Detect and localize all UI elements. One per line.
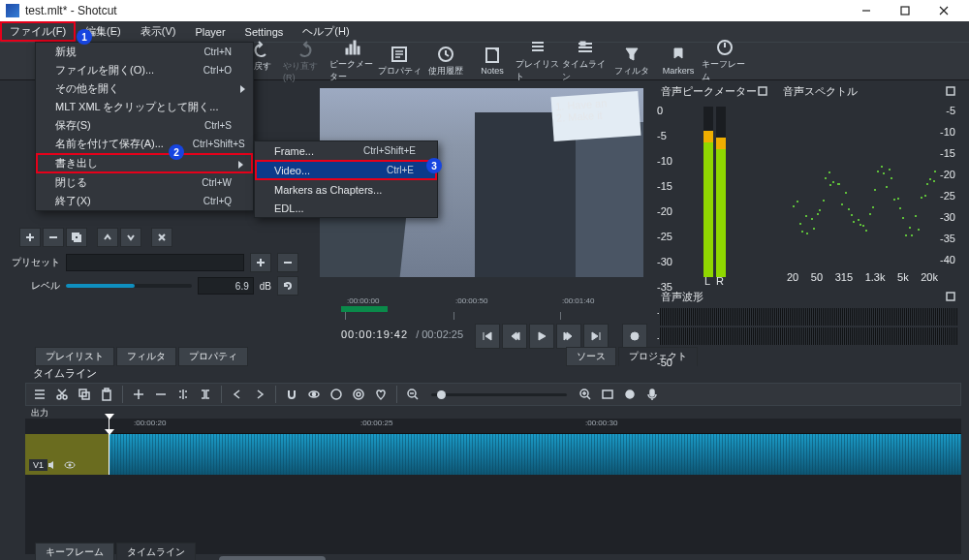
zin-tool[interactable] [576,385,595,404]
svg-rect-8 [580,42,585,46]
circ2-tool[interactable] [349,385,368,404]
player-tabs: ソース プロジェクト [566,347,698,366]
mute-icon[interactable] [47,459,58,471]
deselect-button[interactable] [151,228,172,247]
split-tool[interactable] [173,385,193,404]
svg-rect-4 [358,47,359,54]
tab-playlist[interactable]: プレイリスト [35,347,114,366]
tab-properties[interactable]: プロパティ [178,347,248,366]
close-icon[interactable] [946,292,955,303]
copy-tool[interactable] [75,385,94,404]
marker-button[interactable]: Markers [655,42,702,80]
timeline-ruler[interactable]: :00:00:20 :00:00:25 :00:00:30 [109,419,961,434]
menu-item[interactable]: 新規Ctrl+N [36,43,253,61]
remove-button[interactable] [43,228,64,247]
keyframe-button[interactable]: キーフレーム [702,42,748,80]
menu-item[interactable]: 名前を付けて保存(A)...Ctrl+Shift+S [36,135,253,153]
preset-remove-button[interactable] [277,253,298,272]
plus-tool[interactable] [129,385,148,404]
tab-keyframes[interactable]: キーフレーム [35,543,114,560]
menu-settings[interactable]: Settings [235,23,294,41]
menu-file[interactable]: ファイル(F) [0,21,76,42]
add-button[interactable] [19,228,41,247]
heart-tool[interactable] [371,385,391,404]
menu-player[interactable]: Player [185,23,234,41]
svg-point-30 [626,390,634,398]
svg-point-23 [313,393,316,396]
track-header[interactable]: V1 [25,434,109,475]
preview-ruler[interactable]: :00:00:00 :00:00:50 :00:01:40 [341,296,651,320]
menu-item[interactable]: 書き出し [36,153,253,173]
notes-button[interactable]: Notes [469,42,516,80]
timeline-button[interactable]: タイムライン [562,42,609,80]
mic-tool[interactable] [642,385,662,404]
menu-item[interactable]: 終了(X)Ctrl+Q [36,192,253,210]
prev-tool[interactable] [228,385,247,404]
zfit-tool[interactable] [598,385,617,404]
loop-button[interactable] [622,324,647,349]
props-button[interactable]: プロパティ [376,42,422,80]
zout-tool[interactable] [403,385,422,404]
menu-item[interactable]: ファイルを開く(O)...Ctrl+O [36,61,253,79]
level-reset-button[interactable] [277,276,298,296]
menu-item[interactable]: 保存(S)Ctrl+S [36,116,253,135]
level-slider[interactable] [66,284,192,288]
menu-item[interactable]: Markers as Chapters... [255,180,437,199]
preset-select[interactable] [66,254,244,271]
clip-area[interactable] [109,434,961,475]
rec-tool[interactable] [620,385,640,404]
menu-view[interactable]: 表示(V) [131,21,186,42]
timeline-track: V1 [25,434,961,475]
minus-tool[interactable] [151,385,171,404]
eye-icon[interactable] [64,459,76,471]
close-icon[interactable] [758,86,767,98]
history-button[interactable]: 使用履歴 [422,42,469,80]
skip-start-button[interactable] [475,324,500,349]
callout-1: 1 [77,29,92,45]
eye-tool[interactable] [304,385,324,404]
magnet-tool[interactable] [282,385,301,404]
redo-button[interactable]: やり直す(R) [283,42,329,80]
tab-source[interactable]: ソース [566,347,616,366]
svg-point-12 [631,332,639,340]
file-menu: 新規Ctrl+Nファイルを開く(O)...Ctrl+Oその他を開くMLT XML… [35,42,254,211]
menu-tool[interactable] [30,385,49,404]
maximize-button[interactable] [886,0,924,21]
down-button[interactable] [120,228,141,247]
skip-end-button[interactable] [583,324,609,349]
minimize-button[interactable] [847,0,886,21]
cut-tool[interactable] [52,385,72,404]
up-button[interactable] [97,228,118,247]
svg-rect-31 [650,389,654,396]
close-icon[interactable] [946,86,955,98]
preset-add-button[interactable] [250,253,271,272]
menu-item[interactable]: Video...Ctrl+E [255,160,437,180]
menu-item[interactable]: Frame...Ctrl+Shift+E [255,141,437,160]
menu-item[interactable]: 閉じるCtrl+W [36,173,253,192]
close-button[interactable] [924,0,963,21]
merge-tool[interactable] [196,385,215,404]
tab-timeline[interactable]: タイムライン [116,543,196,560]
menu-item[interactable]: MLT XML をクリップとして開く... [36,98,253,116]
play-button[interactable] [529,324,554,349]
bars-button[interactable]: ピークメーター [329,42,376,80]
menu-item[interactable]: その他を開く [36,79,253,98]
current-time[interactable]: 00:00:19:42 [341,328,408,340]
playlist-button[interactable]: プレイリスト [516,42,562,80]
next-frame-button[interactable] [556,324,581,349]
filter-button[interactable]: フィルタ [609,42,655,80]
playhead[interactable] [109,434,109,475]
paste-tool[interactable] [97,385,116,404]
window-title: test.mlt* - Shotcut [25,4,847,17]
copy-button[interactable] [66,228,87,247]
billboard: 1. Have an 2. Make it [551,91,641,141]
menu-item[interactable]: EDL... [255,199,437,217]
level-value[interactable]: 6.9 [198,277,254,295]
level-unit: dB [260,281,271,292]
level-label: レベル [8,279,60,293]
prev-frame-button[interactable] [502,324,527,349]
tab-filters[interactable]: フィルタ [116,347,176,366]
zoom-slider[interactable] [431,393,567,396]
next-tool[interactable] [250,385,269,404]
circ-tool[interactable] [327,385,346,404]
